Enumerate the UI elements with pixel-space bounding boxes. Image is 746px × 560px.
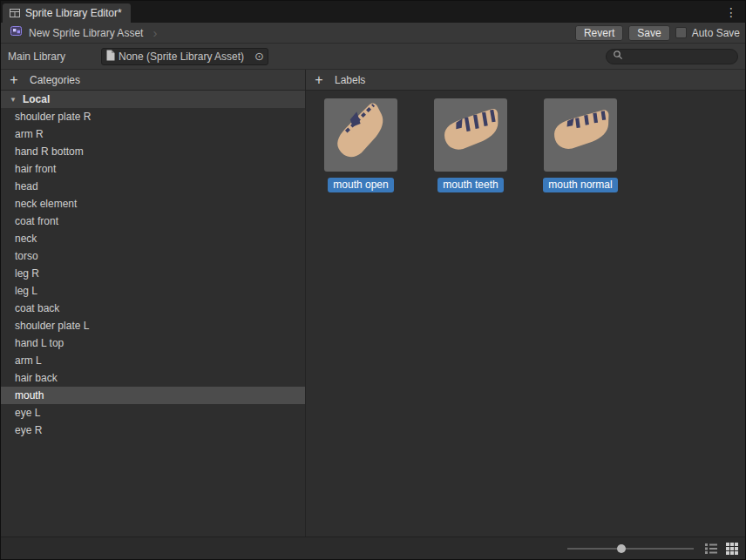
breadcrumb-chevron-icon: › [153,25,157,40]
breadcrumb[interactable]: New Sprite Library Asset › [6,24,160,41]
slider-track [567,548,694,550]
labels-title: Labels [335,74,365,86]
category-row[interactable]: arm L [1,352,305,369]
asset-file-icon [105,50,115,64]
category-label: hair back [15,372,58,384]
category-label: coat back [15,302,59,314]
main-library-object-field[interactable]: None (Sprite Library Asset) ⊙ [101,48,268,65]
bottom-bar [1,536,745,559]
sprite-library-editor-icon [9,7,21,19]
add-category-button[interactable]: + [8,73,20,87]
categories-panel: + Categories ▼ Local shoulder plate R ar… [1,70,306,536]
foldout-icon[interactable]: ▼ [10,96,17,104]
label-pill-wrap: mouth normal [543,178,617,192]
sprite-thumbnail[interactable] [544,98,617,172]
category-row[interactable]: hair back [1,369,305,387]
tab-sprite-library-editor[interactable]: Sprite Library Editor* [3,3,131,23]
sprite-thumbnail[interactable] [324,98,397,172]
category-label: eye L [15,407,40,419]
kebab-menu-icon[interactable]: ⋮ [717,5,745,19]
label-name-badge[interactable]: mouth teeth [437,178,503,192]
category-label: head [15,180,38,192]
sprite-image [544,98,617,172]
category-row[interactable]: eye R [1,422,305,439]
revert-button[interactable]: Revert [575,25,623,41]
list-view-icon[interactable] [704,542,718,556]
category-row[interactable]: leg R [1,265,305,282]
category-row[interactable]: eye L [1,404,305,422]
category-row[interactable]: neck element [1,195,305,213]
auto-save-checkbox[interactable] [675,27,687,38]
category-label: leg L [15,285,37,297]
category-label: shoulder plate L [15,320,89,332]
label-name-badge[interactable]: mouth normal [543,178,617,192]
category-row[interactable]: arm R [1,125,305,143]
sprite-image [434,98,507,172]
category-row[interactable]: head [1,178,305,195]
add-label-button[interactable]: + [313,73,325,87]
auto-save-label: Auto Save [692,27,740,39]
category-label: hair front [15,163,56,175]
category-row[interactable]: shoulder plate R [1,108,305,125]
category-row[interactable]: leg L [1,282,305,300]
category-label: neck element [15,198,77,210]
object-picker-icon[interactable]: ⊙ [254,51,265,62]
tab-title: Sprite Library Editor* [25,7,122,19]
grid-view-icon[interactable] [725,542,739,556]
category-row[interactable]: hand R bottom [1,143,305,160]
main-library-label: Main Library [8,51,101,63]
category-label: eye R [15,424,42,436]
thumbnail-size-slider-knob[interactable] [617,544,626,553]
label-name-badge[interactable]: mouth open [328,178,393,192]
label-card[interactable]: mouth teeth [434,98,507,192]
category-row[interactable]: neck [1,230,305,247]
sprite-library-editor-window: Sprite Library Editor* ⋮ New Sprite Libr… [0,0,746,560]
sprite-thumbnail[interactable] [434,98,507,172]
category-label: arm R [15,128,44,140]
category-label: mouth [15,389,44,401]
category-label: shoulder plate R [15,111,91,123]
search-icon [613,50,623,63]
category-label: torso [15,250,38,262]
category-label: neck [15,233,37,245]
labels-panel: + Labels mouth open mouth teeth mouth no… [306,70,745,536]
category-row[interactable]: coat back [1,300,305,317]
category-label: coat front [15,215,58,227]
label-card[interactable]: mouth open [324,98,397,192]
category-label: hand R bottom [15,145,84,158]
object-field-value: None (Sprite Library Asset) [119,51,250,63]
category-row[interactable]: coat front [1,213,305,230]
category-label: arm L [15,354,42,367]
main-library-row: Main Library None (Sprite Library Asset)… [1,44,745,70]
search-field[interactable] [606,49,738,64]
breadcrumb-label: New Sprite Library Asset [29,27,143,39]
sprite-image [324,98,397,172]
category-row[interactable]: mouth [1,387,305,404]
category-row[interactable]: hand L top [1,334,305,352]
labels-grid: mouth open mouth teeth mouth normal [306,91,745,536]
categories-list: ▼ Local shoulder plate R arm R hand R bo… [1,91,305,536]
label-pill-wrap: mouth open [328,178,393,192]
category-row[interactable]: torso [1,247,305,265]
thumbnail-size-slider[interactable] [567,542,694,556]
category-label: leg R [15,267,39,280]
labels-header: + Labels [306,70,745,91]
categories-header: + Categories [1,70,305,91]
content-area: + Categories ▼ Local shoulder plate R ar… [1,70,745,536]
save-button[interactable]: Save [628,25,669,41]
categories-title: Categories [30,74,80,86]
search-input[interactable] [627,51,731,63]
local-group-row[interactable]: ▼ Local [1,91,305,108]
label-pill-wrap: mouth teeth [437,178,503,192]
label-card[interactable]: mouth normal [544,98,617,192]
toolbar-actions: Revert Save Auto Save [575,25,740,41]
sprite-library-asset-icon [10,24,24,41]
local-group-label: Local [23,93,50,105]
category-label: hand L top [15,337,64,349]
toolbar: New Sprite Library Asset › Revert Save A… [1,23,745,44]
category-row[interactable]: hair front [1,160,305,178]
tab-bar: Sprite Library Editor* ⋮ [1,1,745,23]
category-row[interactable]: shoulder plate L [1,317,305,334]
